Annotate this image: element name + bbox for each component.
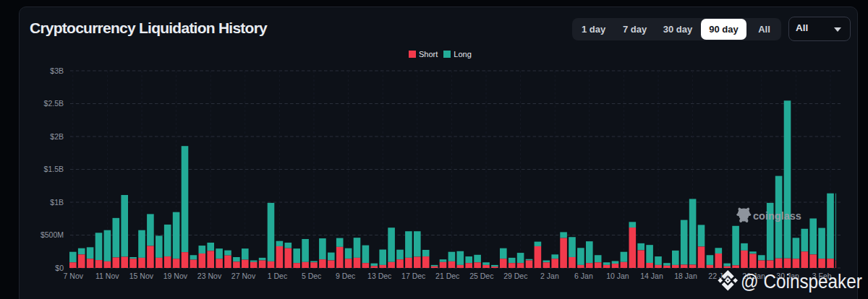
svg-text:29 Dec: 29 Dec [503, 272, 527, 280]
svg-text:5 Dec: 5 Dec [302, 272, 321, 280]
svg-text:$1.5B: $1.5B [44, 165, 64, 173]
svg-text:27 Nov: 27 Nov [231, 272, 256, 280]
svg-text:13 Dec: 13 Dec [367, 272, 391, 280]
svg-text:17 Dec: 17 Dec [401, 272, 425, 280]
svg-text:$1B: $1B [50, 198, 64, 207]
svg-text:$3B: $3B [50, 66, 64, 75]
svg-text:6 Jan: 6 Jan [574, 272, 593, 280]
svg-text:10 Jan: 10 Jan [606, 272, 629, 280]
svg-text:25 Dec: 25 Dec [469, 272, 493, 280]
svg-text:18 Jan: 18 Jan [674, 272, 697, 280]
svg-text:19 Nov: 19 Nov [163, 272, 188, 280]
svg-text:9 Dec: 9 Dec [336, 272, 355, 280]
svg-text:14 Jan: 14 Jan [640, 272, 663, 280]
svg-text:15 Nov: 15 Nov [129, 272, 154, 280]
svg-text:23 Nov: 23 Nov [197, 272, 222, 280]
svg-text:coinglass: coinglass [753, 210, 801, 222]
svg-text:1 Dec: 1 Dec [268, 272, 287, 280]
svg-text:$0: $0 [55, 264, 64, 272]
svg-text:11 Nov: 11 Nov [95, 272, 119, 280]
svg-text:21 Dec: 21 Dec [435, 272, 459, 280]
svg-text:$500M: $500M [41, 230, 64, 239]
svg-text:7 Nov: 7 Nov [64, 272, 84, 280]
svg-text:2 Jan: 2 Jan [540, 272, 559, 280]
svg-text:$2.5B: $2.5B [44, 99, 64, 108]
svg-text:$2B: $2B [50, 132, 64, 141]
